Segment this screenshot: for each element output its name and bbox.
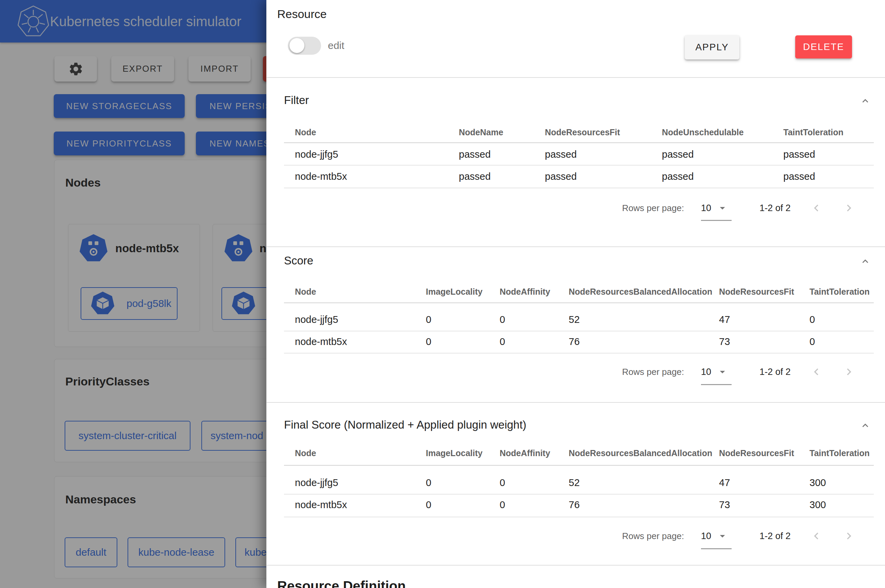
table-cell: 73 [719, 499, 730, 510]
table-header-line [284, 303, 874, 303]
edit-toggle[interactable] [288, 37, 321, 55]
edit-toggle-label: edit [328, 40, 344, 51]
column-header: NodeAffinity [500, 287, 550, 297]
table-cell: 0 [500, 499, 505, 510]
collapse-final-score-button[interactable] [858, 419, 872, 432]
table-cell: 300 [810, 477, 826, 488]
column-header: ImageLocality [426, 287, 482, 297]
table-cell: node-jjfg5 [295, 149, 338, 160]
table-cell: 47 [719, 477, 730, 488]
table-row-line [284, 517, 874, 517]
rows-per-page-label: Rows per page: [622, 367, 684, 377]
table-row-line [284, 331, 874, 332]
table-cell: node-mtb5x [295, 171, 347, 182]
table-cell: 300 [810, 499, 826, 510]
table-cell: passed [783, 171, 815, 182]
table-cell: passed [783, 149, 815, 160]
chevron-up-icon [859, 95, 871, 107]
filter-section-title: Filter [284, 94, 309, 107]
table-row-line [284, 188, 874, 188]
table-cell: 0 [810, 336, 815, 347]
column-header: Node [295, 128, 316, 137]
resource-drawer: Resource edit APPLY DELETE Filter Node N… [266, 0, 885, 588]
drawer-title: Resource [277, 8, 327, 21]
column-header: TaintToleration [810, 448, 870, 458]
table-cell: 52 [569, 477, 580, 488]
select-underline [701, 384, 732, 385]
chevron-right-icon[interactable] [842, 529, 856, 543]
table-cell: 0 [426, 499, 431, 510]
table-header-line [284, 465, 874, 466]
table-cell: 76 [569, 336, 580, 347]
column-header: Node [295, 287, 316, 297]
dropdown-caret-icon[interactable] [716, 530, 729, 542]
table-cell: 0 [810, 314, 815, 325]
dropdown-caret-icon[interactable] [716, 366, 729, 378]
table-row-line [284, 353, 874, 354]
score-section-title: Score [284, 254, 313, 267]
pagination-range: 1-2 of 2 [759, 203, 791, 213]
chevron-right-icon[interactable] [842, 365, 856, 379]
table-cell: 52 [569, 314, 580, 325]
column-header: ImageLocality [426, 448, 482, 458]
table-cell: node-mtb5x [295, 499, 347, 510]
chevron-left-icon[interactable] [810, 529, 823, 543]
chevron-left-icon[interactable] [810, 365, 823, 379]
divider [267, 565, 885, 566]
chevron-right-icon[interactable] [842, 201, 856, 215]
rows-per-page-select[interactable]: 10 [701, 531, 711, 542]
kubernetes-scheduler-simulator-screen: Kubernetes scheduler simulator EXPORT IM… [0, 0, 885, 588]
table-cell: 76 [569, 499, 580, 510]
toggle-thumb-icon [290, 38, 304, 53]
column-header: NodeUnschedulable [662, 128, 744, 137]
table-cell: 0 [500, 314, 505, 325]
rows-per-page-select[interactable]: 10 [701, 367, 711, 377]
table-cell: passed [545, 171, 577, 182]
final-score-section-title: Final Score (Normalized + Applied plugin… [284, 418, 526, 431]
table-cell: 0 [500, 477, 505, 488]
rows-per-page-label: Rows per page: [622, 203, 684, 213]
chevron-up-icon [859, 420, 871, 431]
table-cell: passed [545, 149, 577, 160]
apply-button[interactable]: APPLY [685, 35, 739, 60]
column-header: NodeName [459, 128, 503, 137]
delete-button[interactable]: DELETE [795, 35, 852, 58]
table-cell: node-mtb5x [295, 336, 347, 347]
divider [267, 246, 885, 247]
column-header: NodeResourcesFit [719, 448, 794, 458]
resource-definition-title: Resource Definition [277, 579, 406, 588]
column-header: NodeResourcesBalancedAllocation [569, 448, 712, 458]
rows-per-page-label: Rows per page: [622, 531, 684, 542]
rows-per-page-select[interactable]: 10 [701, 203, 711, 213]
table-cell: passed [662, 171, 694, 182]
table-row-line [284, 165, 874, 165]
table-cell: passed [459, 149, 491, 160]
table-cell: 0 [426, 336, 431, 347]
column-header: Node [295, 448, 316, 458]
column-header: NodeResourcesFit [545, 128, 620, 137]
table-cell: node-jjfg5 [295, 314, 338, 325]
select-underline [701, 220, 732, 221]
pagination-range: 1-2 of 2 [759, 367, 791, 377]
table-cell: passed [459, 171, 491, 182]
table-cell: passed [662, 149, 694, 160]
chevron-up-icon [859, 256, 871, 267]
chevron-left-icon[interactable] [810, 201, 823, 215]
collapse-score-button[interactable] [858, 255, 872, 268]
select-underline [701, 548, 732, 549]
dropdown-caret-icon[interactable] [716, 202, 729, 214]
pagination-range: 1-2 of 2 [759, 531, 791, 542]
table-cell: node-jjfg5 [295, 477, 338, 488]
table-cell: 0 [426, 477, 431, 488]
table-row-line [284, 494, 874, 495]
divider [267, 402, 885, 403]
column-header: TaintToleration [810, 287, 870, 297]
table-header-line [284, 142, 874, 143]
table-cell: 47 [719, 314, 730, 325]
collapse-filter-button[interactable] [858, 94, 872, 108]
column-header: TaintToleration [783, 128, 843, 137]
table-cell: 0 [500, 336, 505, 347]
table-cell: 73 [719, 336, 730, 347]
divider [267, 77, 885, 78]
column-header: NodeResourcesBalancedAllocation [569, 287, 712, 297]
